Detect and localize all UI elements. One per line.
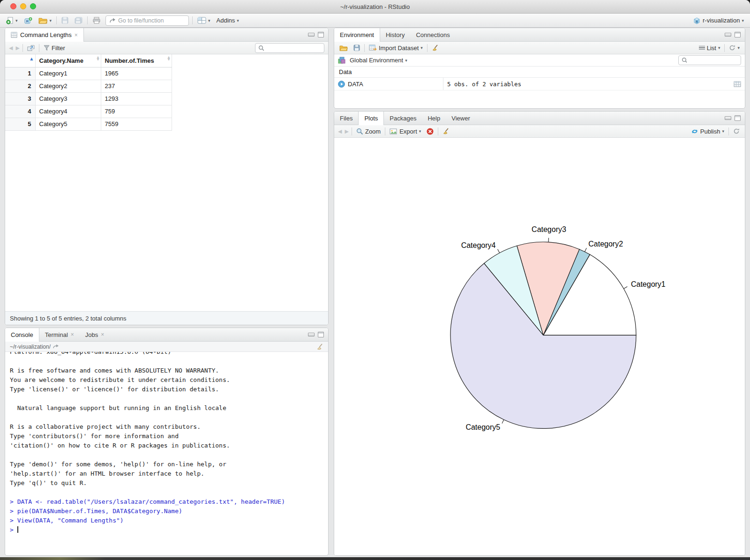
tab-command-lengths[interactable]: Command Lengths × [5,28,84,42]
minimize-pane-icon[interactable] [308,333,315,336]
new-file-button[interactable]: ▾ [5,16,19,25]
load-workspace-button[interactable] [338,44,349,52]
tab-help[interactable]: Help [422,112,446,125]
main-toolbar: ▾ R ▾ ▾ Addins ▾ [0,14,750,28]
list-view-button[interactable]: List ▾ [698,44,722,52]
tab-label: Command Lengths [20,31,72,38]
save-button[interactable] [60,16,70,25]
console-line: Type 'license()' or 'licence()' for dist… [10,385,328,394]
maximize-pane-icon[interactable] [735,32,741,37]
console-line: Platform: x86_64-apple-darwin15.6.0 (64-… [10,352,328,357]
zoom-plot-button[interactable]: Zoom [355,127,382,136]
tab-plots[interactable]: Plots [358,112,384,125]
separator [56,16,57,24]
console-line: > pie(DATA$Number.of.Times, DATA$Categor… [10,507,328,516]
search-icon [682,57,687,63]
remove-plot-icon [427,128,434,135]
publish-button[interactable]: Publish ▾ [690,127,726,136]
goto-file-input[interactable] [118,17,179,24]
print-button[interactable] [91,16,102,25]
plot-area: Category1Category2Category3Category4Cate… [334,138,745,555]
tab-console[interactable]: Console [5,328,39,342]
window-title: ~/r-visualization - RStudio [0,3,750,10]
zoom-window-button[interactable] [30,3,36,9]
tab-terminal[interactable]: Terminal × [39,328,80,341]
table-icon [11,32,17,38]
goto-directory-icon[interactable] [53,344,59,349]
clear-environment-button[interactable] [430,44,440,52]
maximize-pane-icon[interactable] [735,115,741,121]
tab-environment[interactable]: Environment [334,28,380,42]
caret-icon: ▾ [718,45,720,50]
global-environment-dropdown[interactable]: Global Environment ▾ [348,56,409,65]
filter-button[interactable]: Filter [42,44,67,52]
console-line: > View(DATA, "Command Lengths") [10,516,328,525]
console-output[interactable]: Platform: x86_64-apple-darwin15.6.0 (64-… [5,352,328,555]
maximize-pane-icon[interactable] [318,332,324,337]
row-number-header[interactable]: ▲ [5,54,35,67]
new-project-button[interactable]: R [22,16,34,25]
column-header-number-of-times[interactable]: Number.of.Times ▲▼ [101,54,172,67]
open-in-new-window-button[interactable] [26,44,36,52]
project-menu-button[interactable]: R r-visualization ▾ [691,16,745,25]
previous-plot-icon[interactable]: ◀ [338,128,342,134]
open-folder-icon [339,45,348,51]
minimize-pane-icon[interactable] [725,116,731,120]
save-icon [353,45,360,51]
tab-jobs[interactable]: Jobs × [80,328,110,341]
print-icon [92,17,101,24]
viewer-search[interactable] [255,43,324,53]
pane-window-buttons [308,28,328,41]
environment-search-input[interactable] [689,57,738,64]
clear-plots-button[interactable] [441,127,451,135]
tab-files[interactable]: Files [334,112,358,125]
tab-viewer[interactable]: Viewer [446,112,476,125]
minimize-window-button[interactable] [20,3,26,9]
save-workspace-button[interactable] [352,44,361,52]
console-line: Type 'demo()' for some demos, 'help()' f… [10,460,328,469]
close-window-button[interactable] [10,3,16,9]
workspace-panes-button[interactable]: ▾ [196,16,212,25]
open-file-button[interactable]: ▾ [37,16,53,25]
addins-button[interactable]: Addins ▾ [215,16,240,25]
view-table-icon[interactable] [734,81,741,87]
clear-console-broom-icon[interactable] [316,343,323,350]
import-dataset-label: Import Dataset [379,45,419,52]
tab-connections[interactable]: Connections [410,28,455,41]
cell-number-of-times: 1965 [101,67,172,80]
goto-file-search[interactable] [105,15,189,26]
caret-icon: ▾ [405,58,407,63]
forward-icon[interactable]: ▶ [15,45,19,51]
save-all-button[interactable] [73,16,84,25]
environment-search[interactable] [678,55,741,65]
minimize-pane-icon[interactable] [725,33,731,37]
list-icon [699,46,705,50]
environment-object-row[interactable]: DATA 5 obs. of 2 variables [334,78,745,90]
back-icon[interactable]: ◀ [9,45,13,51]
refresh-plot-button[interactable] [732,127,741,135]
row-number: 3 [5,92,35,105]
minimize-pane-icon[interactable] [308,33,315,37]
expand-object-icon[interactable] [338,81,345,88]
next-plot-icon[interactable]: ▶ [345,128,348,134]
titlebar: ~/r-visualization - RStudio [0,0,750,14]
tab-history[interactable]: History [380,28,410,41]
export-plot-button[interactable]: Export ▾ [388,127,422,136]
environment-scope-row: Global Environment ▾ [334,54,745,67]
tab-label: Connections [416,31,450,38]
caret-icon: ▾ [208,18,210,23]
maximize-pane-icon[interactable] [318,32,324,37]
close-icon[interactable]: × [101,332,104,337]
close-icon[interactable]: × [71,332,74,337]
import-dataset-button[interactable]: Import Dataset ▾ [368,44,424,52]
environment-toolbar: Import Dataset ▾ List ▾ [334,42,745,54]
viewer-toolbar: ◀ ▶ Filter [5,42,328,54]
close-icon[interactable]: × [75,32,78,38]
pie-label-tick [498,249,500,253]
separator [22,44,23,52]
refresh-environment-button[interactable]: ▾ [728,44,741,52]
remove-plot-button[interactable] [425,127,435,136]
tab-packages[interactable]: Packages [384,112,422,125]
viewer-search-input[interactable] [266,45,322,51]
column-header-category-name[interactable]: Category.Name ▲▼ [35,54,101,67]
